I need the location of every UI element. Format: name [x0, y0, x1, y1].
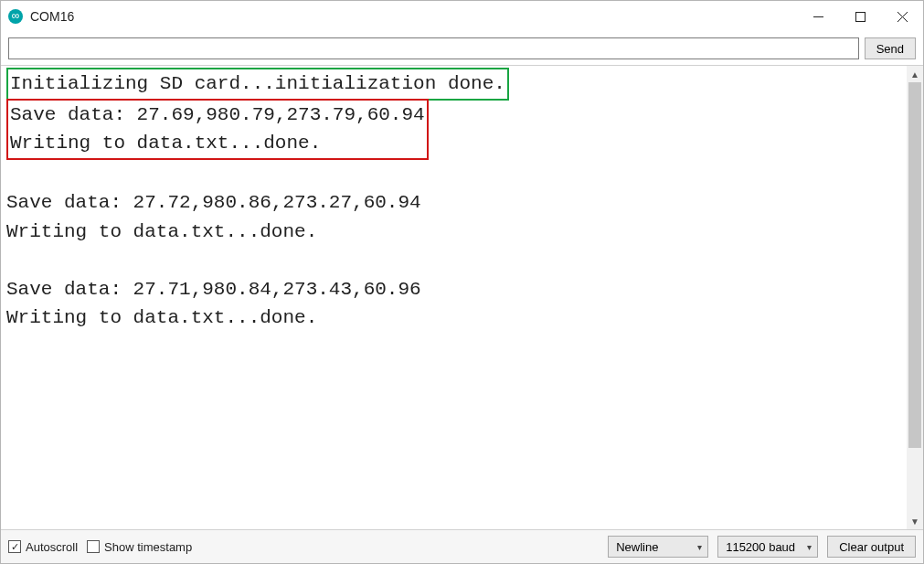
timestamp-label: Show timestamp [104, 540, 192, 554]
output-line: Writing to data.txt...done. [6, 307, 317, 328]
vertical-scrollbar[interactable]: ▲ ▼ [907, 66, 923, 529]
autoscroll-checkbox[interactable]: ✓ Autoscroll [8, 540, 78, 554]
scroll-up-icon[interactable]: ▲ [907, 66, 923, 82]
autoscroll-label: Autoscroll [26, 540, 78, 554]
scroll-down-icon[interactable]: ▼ [907, 513, 923, 529]
baud-select[interactable]: 115200 baud ▾ [717, 536, 818, 558]
baud-value: 115200 baud [726, 540, 795, 554]
maximize-icon [855, 12, 866, 22]
minimize-icon [813, 12, 823, 22]
output-line: Writing to data.txt...done. [10, 133, 321, 154]
send-button[interactable]: Send [865, 37, 916, 59]
maximize-button[interactable] [839, 1, 881, 32]
scroll-track[interactable] [907, 82, 923, 513]
serial-input[interactable] [8, 37, 859, 59]
scroll-thumb[interactable] [908, 82, 921, 448]
bottom-bar: ✓ Autoscroll Show timestamp Newline ▾ 11… [1, 530, 923, 563]
highlight-first-write: Save data: 27.69,980.79,273.79,60.94 Wri… [6, 99, 429, 160]
output-line: Initializing SD card...initialization do… [10, 73, 505, 94]
output-line: Save data: 27.69,980.79,273.79,60.94 [10, 104, 425, 125]
window-buttons [797, 1, 923, 32]
output-line: Writing to data.txt...done. [6, 221, 317, 242]
window-title: COM16 [30, 9, 74, 24]
clear-output-button[interactable]: Clear output [827, 536, 916, 558]
output-wrap: Initializing SD card...initialization do… [1, 65, 923, 530]
svg-rect-1 [855, 12, 865, 21]
checkbox-icon [87, 540, 100, 553]
serial-monitor-window: COM16 Send Initializing SD card...initia… [0, 0, 924, 564]
line-ending-select[interactable]: Newline ▾ [608, 536, 708, 558]
minimize-button[interactable] [797, 1, 839, 32]
close-button[interactable] [881, 1, 923, 32]
arduino-icon [8, 9, 23, 24]
close-icon [897, 12, 908, 22]
highlight-init: Initializing SD card...initialization do… [6, 68, 509, 101]
chevron-down-icon: ▾ [697, 542, 702, 552]
output-line: Save data: 27.72,980.86,273.27,60.94 [6, 192, 421, 213]
chevron-down-icon: ▾ [807, 542, 812, 552]
send-row: Send [1, 32, 923, 65]
checkbox-icon: ✓ [8, 540, 21, 553]
output-line: Save data: 27.71,980.84,273.43,60.96 [6, 279, 421, 300]
timestamp-checkbox[interactable]: Show timestamp [87, 540, 192, 554]
serial-output: Initializing SD card...initialization do… [1, 66, 907, 529]
titlebar: COM16 [1, 1, 923, 32]
line-ending-value: Newline [616, 540, 658, 554]
